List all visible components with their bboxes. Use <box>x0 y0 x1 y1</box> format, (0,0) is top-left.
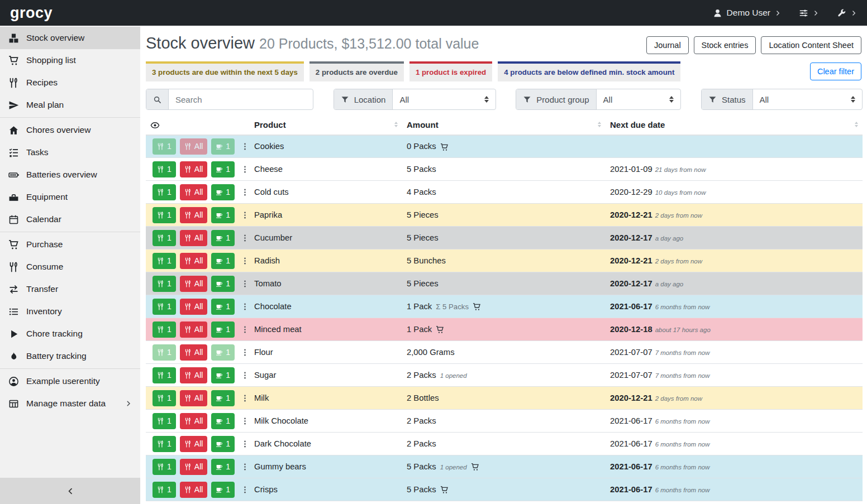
open-one-button[interactable]: 1 <box>211 138 235 155</box>
consume-all-button[interactable]: All <box>180 230 208 246</box>
product-name[interactable]: Radish <box>250 249 402 272</box>
row-menu-button[interactable] <box>240 461 250 472</box>
location-content-sheet-button[interactable]: Location Content Sheet <box>761 36 861 54</box>
row-menu-button[interactable] <box>240 141 250 152</box>
sidebar-item-consume[interactable]: Consume <box>0 256 140 278</box>
open-one-button[interactable]: 1 <box>211 230 235 246</box>
open-one-button[interactable]: 1 <box>211 367 235 383</box>
clear-filter-button[interactable]: Clear filter <box>810 63 861 80</box>
product-name[interactable]: Paprika <box>250 204 402 227</box>
consume-one-button[interactable]: 1 <box>153 482 176 498</box>
product-name[interactable]: Milk <box>250 387 402 410</box>
consume-all-button[interactable]: All <box>180 482 208 498</box>
product-name[interactable]: Tomato <box>250 272 402 295</box>
row-menu-button[interactable] <box>240 186 250 198</box>
row-menu-button[interactable] <box>240 324 250 335</box>
product-name[interactable]: Crisps <box>250 478 402 501</box>
product-name[interactable]: Sugar <box>250 364 402 387</box>
user-menu[interactable]: Demo User <box>713 8 781 18</box>
open-one-button[interactable]: 1 <box>211 184 235 200</box>
row-menu-button[interactable] <box>240 438 250 449</box>
row-menu-button[interactable] <box>240 164 250 175</box>
row-menu-button[interactable] <box>240 209 250 220</box>
row-menu-button[interactable] <box>240 301 250 312</box>
sidebar-item-example-userentity[interactable]: Example userentity <box>0 370 140 392</box>
journal-button[interactable]: Journal <box>646 36 689 54</box>
sidebar-item-purchase[interactable]: Purchase <box>0 233 140 256</box>
product-name[interactable]: Milk Chocolate <box>250 410 402 433</box>
consume-all-button[interactable]: All <box>180 367 208 383</box>
sidebar-item-stock-overview[interactable]: Stock overview <box>0 27 140 49</box>
open-one-button[interactable]: 1 <box>211 276 235 292</box>
row-menu-button[interactable] <box>240 369 250 381</box>
settings-menu[interactable] <box>799 8 819 18</box>
status-select[interactable]: All <box>753 89 862 109</box>
consume-one-button[interactable]: 1 <box>153 367 176 383</box>
consume-one-button[interactable]: 1 <box>153 138 176 155</box>
consume-all-button[interactable]: All <box>180 184 208 200</box>
sidebar-item-calendar[interactable]: Calendar <box>0 208 140 231</box>
row-menu-button[interactable] <box>240 347 250 358</box>
consume-one-button[interactable]: 1 <box>153 299 176 315</box>
consume-all-button[interactable]: All <box>180 459 208 475</box>
open-one-button[interactable]: 1 <box>211 161 235 177</box>
product-name[interactable]: Flour <box>250 341 402 364</box>
sidebar-item-battery-tracking[interactable]: Battery tracking <box>0 345 140 367</box>
sidebar-item-meal-plan[interactable]: Meal plan <box>0 94 140 116</box>
consume-all-button[interactable]: All <box>180 299 208 315</box>
status-filter-expired[interactable]: 1 product is expired <box>409 61 492 81</box>
consume-one-button[interactable]: 1 <box>153 230 176 246</box>
consume-all-button[interactable]: All <box>180 436 208 452</box>
sidebar-collapse-button[interactable] <box>0 478 140 504</box>
product-name[interactable]: Dark Chocolate <box>250 433 402 455</box>
open-one-button[interactable]: 1 <box>211 459 235 475</box>
consume-all-button[interactable]: All <box>180 161 208 177</box>
row-menu-button[interactable] <box>240 255 250 266</box>
consume-one-button[interactable]: 1 <box>153 253 176 269</box>
consume-all-button[interactable]: All <box>180 390 208 406</box>
column-header-amount[interactable]: Amount <box>402 117 606 135</box>
consume-all-button[interactable]: All <box>180 344 208 361</box>
row-menu-button[interactable] <box>240 484 250 495</box>
product-group-select[interactable]: All <box>597 89 681 109</box>
column-header-next-due-date[interactable]: Next due date <box>606 117 863 135</box>
consume-one-button[interactable]: 1 <box>153 436 176 452</box>
status-filter-overdue[interactable]: 2 products are overdue <box>309 61 404 81</box>
consume-one-button[interactable]: 1 <box>153 459 176 475</box>
status-filter-belowmin[interactable]: 4 products are below defined min. stock … <box>498 61 680 81</box>
sidebar-item-manage-master-data[interactable]: Manage master data <box>0 392 140 415</box>
product-name[interactable]: Cucumber <box>250 227 402 249</box>
admin-menu[interactable] <box>837 8 857 18</box>
product-name[interactable]: Minced meat <box>250 318 402 341</box>
consume-one-button[interactable]: 1 <box>153 321 176 338</box>
row-menu-button[interactable] <box>240 415 250 426</box>
open-one-button[interactable]: 1 <box>211 321 235 338</box>
open-one-button[interactable]: 1 <box>211 207 235 223</box>
consume-all-button[interactable]: All <box>180 413 208 429</box>
consume-all-button[interactable]: All <box>180 138 208 155</box>
consume-all-button[interactable]: All <box>180 253 208 269</box>
product-name[interactable]: Gummy bears <box>250 455 402 478</box>
sidebar-item-batteries-overview[interactable]: Batteries overview <box>0 164 140 186</box>
sidebar-item-chores-overview[interactable]: Chores overview <box>0 119 140 141</box>
open-one-button[interactable]: 1 <box>211 299 235 315</box>
sidebar-item-shopping-list[interactable]: Shopping list <box>0 49 140 71</box>
open-one-button[interactable]: 1 <box>211 482 235 498</box>
consume-one-button[interactable]: 1 <box>153 161 176 177</box>
status-filter-due[interactable]: 3 products are due within the next 5 day… <box>146 61 304 81</box>
sidebar-item-inventory[interactable]: Inventory <box>0 300 140 323</box>
consume-one-button[interactable]: 1 <box>153 207 176 223</box>
product-name[interactable]: Chocolate <box>250 295 402 318</box>
open-one-button[interactable]: 1 <box>211 413 235 429</box>
row-menu-button[interactable] <box>240 392 250 404</box>
open-one-button[interactable]: 1 <box>211 253 235 269</box>
product-name[interactable]: Cheese <box>250 158 402 181</box>
consume-one-button[interactable]: 1 <box>153 413 176 429</box>
sidebar-item-chore-tracking[interactable]: Chore tracking <box>0 323 140 345</box>
product-name[interactable]: Cookies <box>250 135 402 158</box>
sidebar-item-tasks[interactable]: Tasks <box>0 141 140 164</box>
row-menu-button[interactable] <box>240 278 250 289</box>
product-name[interactable]: Cold cuts <box>250 181 402 204</box>
consume-all-button[interactable]: All <box>180 207 208 223</box>
consume-one-button[interactable]: 1 <box>153 344 176 361</box>
